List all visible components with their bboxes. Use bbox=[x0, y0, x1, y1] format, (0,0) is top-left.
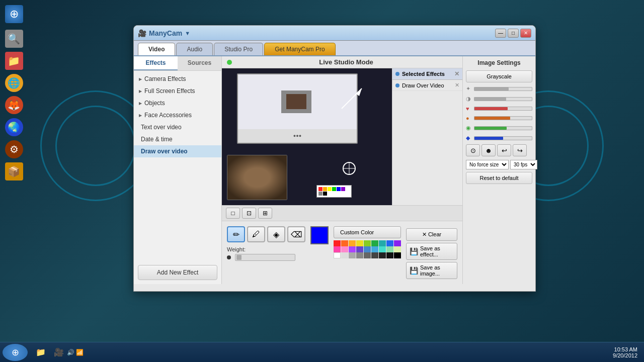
desktop-icon-2[interactable]: 📁 bbox=[2, 52, 27, 70]
sidebar-item-draw-over-video[interactable]: Draw over video bbox=[134, 145, 221, 157]
sidebar-group-objects[interactable]: ▶ Objects bbox=[134, 97, 221, 109]
color-swatch[interactable] bbox=[386, 246, 393, 252]
color-swatch[interactable] bbox=[349, 240, 356, 246]
live-mode-text: Live Studio Mode bbox=[235, 58, 457, 66]
deco-circle-left-inner bbox=[55, 106, 136, 186]
color-swatch[interactable] bbox=[341, 240, 348, 246]
selected-effects-close[interactable]: ✕ bbox=[454, 70, 459, 77]
volume-icon[interactable]: 🔊 bbox=[67, 349, 74, 356]
desktop-icon-5[interactable]: 🌏 bbox=[2, 118, 27, 136]
color-swatch[interactable] bbox=[364, 246, 371, 252]
color-swatch[interactable] bbox=[371, 246, 378, 252]
layout-single-button[interactable]: □ bbox=[226, 208, 240, 219]
color-swatch[interactable] bbox=[364, 252, 371, 258]
sidebar-tab-effects[interactable]: Effects bbox=[134, 56, 178, 70]
color-swatch[interactable] bbox=[356, 240, 363, 246]
color-swatch[interactable] bbox=[364, 240, 371, 246]
fps-select[interactable]: 30 fps bbox=[510, 160, 537, 169]
color-swatch[interactable] bbox=[341, 246, 348, 252]
orange-fill bbox=[474, 117, 510, 120]
color-swatch[interactable] bbox=[356, 252, 363, 258]
color-swatch[interactable] bbox=[394, 240, 401, 246]
taskbar-icon-1[interactable]: 📁 bbox=[33, 344, 49, 360]
force-size-select[interactable]: No force size bbox=[466, 160, 509, 169]
color-swatch[interactable] bbox=[386, 240, 393, 246]
green-fill bbox=[474, 127, 507, 130]
desktop-icon-start[interactable]: ⊕ bbox=[2, 5, 27, 23]
main-color-swatch[interactable] bbox=[310, 226, 329, 244]
effect-remove-button[interactable]: ✕ bbox=[455, 82, 459, 88]
maximize-button[interactable]: □ bbox=[508, 29, 519, 38]
color-swatch[interactable] bbox=[341, 252, 348, 258]
add-effect-button[interactable]: Add New Effect bbox=[138, 265, 217, 280]
clear-button[interactable]: ✕ Clear bbox=[406, 228, 457, 241]
marker-tool[interactable]: 🖊 bbox=[247, 226, 265, 242]
tab-studio-pro[interactable]: Studio Pro bbox=[214, 43, 263, 55]
orange-slider[interactable] bbox=[474, 116, 532, 120]
custom-color-button[interactable]: Custom Color bbox=[334, 226, 401, 238]
color-swatch[interactable] bbox=[371, 240, 378, 246]
color-swatch[interactable] bbox=[371, 252, 378, 258]
pencil-tool[interactable]: ✏ bbox=[227, 226, 245, 242]
sidebar-group-fullscreen[interactable]: ▶ Full Screen Effects bbox=[134, 85, 221, 97]
desktop-icon-4[interactable]: 🦊 bbox=[2, 96, 27, 114]
red-slider[interactable] bbox=[474, 107, 532, 111]
brightness-slider[interactable] bbox=[474, 87, 532, 91]
sidebar-item-text-over-video[interactable]: Text over video bbox=[134, 121, 221, 133]
tab-audio[interactable]: Audio bbox=[176, 43, 213, 55]
color-section: Custom Color bbox=[310, 226, 401, 258]
title-dropdown[interactable]: ▼ bbox=[185, 30, 190, 36]
save-effect-button[interactable]: 💾 Save as effect... bbox=[406, 243, 457, 260]
sidebar-group-face[interactable]: ▶ Face Accessories bbox=[134, 109, 221, 121]
reset-to-default-button[interactable]: Reset to default bbox=[466, 172, 532, 184]
tab-video[interactable]: Video bbox=[138, 43, 175, 55]
tools-row: ✏ 🖊 ◈ ⌫ bbox=[227, 226, 305, 242]
blue-slider[interactable] bbox=[474, 136, 532, 140]
clear-stroke-tool[interactable]: ⌫ bbox=[287, 226, 305, 242]
sidebar-item-date-time[interactable]: Date & time bbox=[134, 133, 221, 145]
slider-blue: ◆ bbox=[466, 135, 532, 141]
weight-slider[interactable] bbox=[235, 254, 295, 261]
arrow-icon: ▶ bbox=[139, 77, 142, 81]
color-swatch[interactable] bbox=[394, 246, 401, 252]
color-swatch[interactable] bbox=[334, 240, 341, 246]
grayscale-button[interactable]: Grayscale bbox=[466, 70, 532, 82]
start-button[interactable]: ⊕ bbox=[3, 344, 28, 361]
color-row-3 bbox=[334, 252, 401, 258]
live-indicator bbox=[227, 60, 232, 65]
close-button[interactable]: ✕ bbox=[520, 29, 531, 38]
desktop-icon-1[interactable]: 🔍 bbox=[2, 30, 27, 48]
desktop-icon-6[interactable]: ⚙ bbox=[2, 140, 27, 158]
contrast-slider[interactable] bbox=[474, 97, 532, 101]
taskbar-icon-2[interactable]: 🎥 bbox=[51, 344, 67, 360]
color-swatch[interactable] bbox=[334, 252, 341, 258]
color-swatch[interactable] bbox=[379, 240, 386, 246]
color-swatch[interactable] bbox=[349, 246, 356, 252]
eraser-tool[interactable]: ◈ bbox=[267, 226, 285, 242]
layout-pip-button[interactable]: ⊡ bbox=[242, 208, 256, 219]
color-swatch[interactable] bbox=[334, 246, 341, 252]
cursor-indicator bbox=[342, 161, 357, 177]
color-swatch[interactable] bbox=[379, 252, 386, 258]
color-swatch[interactable] bbox=[386, 252, 393, 258]
color-swatch[interactable] bbox=[356, 246, 363, 252]
green-slider[interactable] bbox=[474, 126, 532, 130]
settings-btn-4[interactable]: ↪ bbox=[513, 144, 527, 156]
settings-btn-2[interactable]: ☻ bbox=[481, 144, 496, 156]
tab-get-pro[interactable]: Get ManyCam Pro bbox=[264, 43, 335, 55]
desktop-icon-7[interactable]: 📦 bbox=[2, 162, 27, 180]
sidebar-group-camera[interactable]: ▶ Camera Effects bbox=[134, 73, 221, 85]
layout-grid-button[interactable]: ⊞ bbox=[258, 208, 272, 219]
sidebar-tab-sources[interactable]: Sources bbox=[178, 56, 221, 70]
video-pip bbox=[227, 155, 287, 200]
color-swatch[interactable] bbox=[394, 252, 401, 258]
settings-btn-1[interactable]: ⊙ bbox=[466, 144, 480, 156]
network-icon[interactable]: 📶 bbox=[76, 349, 84, 356]
settings-btn-3[interactable]: ↩ bbox=[497, 144, 511, 156]
save-image-button[interactable]: 💾 Save as image... bbox=[406, 262, 457, 279]
arrow-icon-2: ▶ bbox=[139, 89, 142, 94]
color-swatch[interactable] bbox=[379, 246, 386, 252]
minimize-button[interactable]: — bbox=[495, 29, 506, 38]
color-swatch[interactable] bbox=[349, 252, 356, 258]
desktop-icon-3[interactable]: 🌐 bbox=[2, 74, 27, 92]
